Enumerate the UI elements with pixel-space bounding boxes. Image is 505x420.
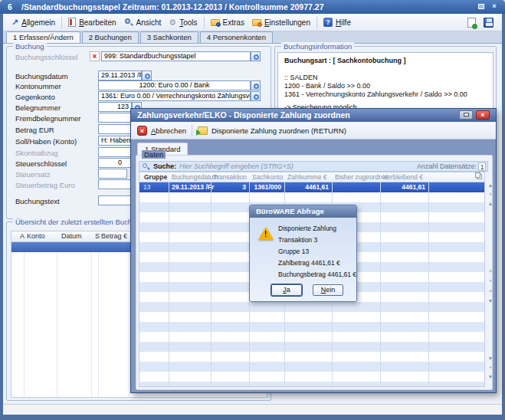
msgbox-titlebar: BüroWARE Abfrage bbox=[250, 205, 356, 218]
search-row-icon[interactable]: + bbox=[487, 278, 494, 284]
col-a[interactable]: A bbox=[20, 232, 25, 240]
field-label-belegnummer: Belegnummer bbox=[15, 103, 61, 112]
new-document-icon bbox=[467, 18, 476, 28]
menu-item-bearbeiten[interactable]: Bearbeiten bbox=[64, 16, 120, 28]
col-transaktion[interactable]: Transaktion bbox=[213, 173, 247, 181]
field-label-soll-haben: Soll/Haben (Konto) bbox=[15, 137, 77, 146]
gegenkonto-dropdown-icon[interactable] bbox=[251, 91, 261, 101]
belegnummer-input[interactable]: 123 bbox=[98, 102, 132, 112]
msgbox-line-1: Disponierte Zahlung bbox=[278, 225, 336, 232]
col-s[interactable]: S bbox=[95, 232, 100, 240]
restore-icon[interactable] bbox=[476, 2, 487, 11]
col-konto[interactable]: Konto bbox=[27, 232, 45, 240]
search-label: Suche: bbox=[153, 162, 176, 170]
saldo-1200-line: 1200 - Bank / Saldo >> 0.00 bbox=[284, 82, 370, 90]
settings-folder-icon bbox=[252, 19, 261, 26]
scroll-down-icon[interactable]: ▼ bbox=[487, 356, 494, 361]
close-icon[interactable]: × bbox=[489, 2, 500, 11]
assign-payment-button[interactable]: Disponierte Zahlung zuordnen (RETURN) bbox=[198, 126, 346, 135]
kontonummer-input[interactable]: 1200: Euro 0.00 / Bank bbox=[98, 80, 251, 90]
col-buchungsdatum[interactable]: Buchungsdatum bbox=[172, 173, 218, 181]
scroll-up-icon[interactable]: ▲ bbox=[487, 201, 494, 206]
col-gruppe[interactable]: Gruppe bbox=[144, 173, 167, 181]
window-title: /Standardbuchungsstapel Zeitraum: 01.201… bbox=[21, 2, 323, 11]
field-label-buchungsschluessel: Buchungsschlüssel bbox=[15, 53, 77, 61]
tab-personenkonten[interactable]: 4 Personenkonten bbox=[200, 31, 273, 43]
scroll-top-icon[interactable]: ▲ bbox=[487, 182, 494, 188]
record-count-value: 1 bbox=[478, 162, 486, 171]
msgbox-line-3: Gruppe 13 bbox=[278, 248, 309, 255]
field-label-buchungsdatum: Buchungsdatum bbox=[15, 72, 68, 80]
menu-item-ansicht[interactable]: Ansicht bbox=[120, 16, 166, 28]
menu-bar: ↗ Allgemein Bearbeiten Ansicht ⚙ Tools E… bbox=[3, 14, 502, 31]
main-tab-bar: 1 Erfassen/Ändern 2 Buchungen 3 Sachkont… bbox=[3, 31, 502, 44]
status-bar bbox=[3, 404, 502, 415]
clear-icon[interactable]: × bbox=[90, 51, 100, 61]
tab-erfassen-aendern[interactable]: 1 Erfassen/Ändern bbox=[6, 31, 80, 43]
buchungsschluessel-input[interactable]: 999: Standardbuchungsstapel bbox=[101, 51, 251, 61]
menu-item-hilfe[interactable]: ? Hilfe bbox=[320, 16, 355, 28]
save-button[interactable] bbox=[480, 16, 497, 29]
window-number: 6 bbox=[8, 2, 12, 11]
bueroware-abfrage-msgbox: BüroWARE Abfrage ! Disponierte Zahlung T… bbox=[249, 205, 357, 302]
menu-item-einstellungen[interactable]: Einstellungen bbox=[248, 17, 314, 28]
payments-table-header: Gruppe Buchungsdatum Transaktion Sachkon… bbox=[139, 172, 484, 182]
assign-icon bbox=[198, 126, 208, 135]
field-label-steuersatz: Steuersatz bbox=[15, 170, 50, 179]
dialog-titlebar: Zahlungsverkehr/ELKO - Disponierte Zahlu… bbox=[131, 109, 496, 122]
search-bar[interactable]: Suche: Hier Suchbegriff eingeben (STRG+S… bbox=[139, 161, 488, 172]
steuersatz-input[interactable] bbox=[98, 169, 127, 179]
dialog-close-icon[interactable]: × bbox=[476, 110, 490, 120]
search-icon bbox=[142, 162, 150, 171]
saldo-1361-line: 1361 - Verrechnungskonto Zahlungsverkehr… bbox=[284, 90, 467, 98]
field-label-steuerbetrag: Steuerbetrag Euro bbox=[15, 181, 75, 189]
field-label-kontonummer: Kontonummer bbox=[15, 82, 61, 90]
buchungsdatum-dropdown-icon[interactable] bbox=[142, 71, 152, 80]
msgbox-line-4: Zahlbetrag 4461,61 € bbox=[278, 259, 340, 267]
menu-separator bbox=[316, 17, 317, 28]
menu-separator bbox=[204, 17, 205, 28]
resize-icon[interactable]: ≡ bbox=[487, 268, 494, 274]
kontonummer-dropdown-icon[interactable] bbox=[251, 80, 261, 90]
col-sachkonto[interactable]: Sachkonto bbox=[252, 173, 283, 181]
list-icon[interactable]: ≡ bbox=[487, 288, 494, 294]
field-label-steuerschluessel: Steuerschlüssel bbox=[15, 159, 67, 168]
dialog-restore-icon[interactable] bbox=[459, 110, 473, 120]
cancel-icon: × bbox=[137, 126, 147, 136]
field-label-fremdbelegnummer: Fremdbelegnummer bbox=[15, 114, 81, 123]
filter-icon[interactable]: ▼ bbox=[487, 298, 494, 304]
field-label-skontoabzug: Skontoabzug bbox=[15, 149, 57, 157]
field-label-betrag-eur: Betrag EUR bbox=[15, 126, 54, 134]
new-document-button[interactable] bbox=[464, 16, 480, 29]
col-betrag[interactable]: Betrag € bbox=[101, 232, 127, 240]
add-bottom-icon[interactable]: + bbox=[487, 365, 494, 370]
buchungsschluessel-dropdown-icon[interactable] bbox=[251, 51, 261, 61]
dialog-toolbar: × Abbrechen Disponierte Zahlung zuordnen… bbox=[131, 122, 496, 139]
menu-item-allgemein[interactable]: ↗ Allgemein bbox=[8, 16, 59, 29]
column-settings-icon[interactable] bbox=[477, 174, 482, 179]
daten-group-label: Daten bbox=[142, 150, 166, 159]
view-magnifier-icon bbox=[124, 18, 133, 27]
add-icon[interactable]: + bbox=[487, 192, 494, 197]
menu-item-extras[interactable]: Extras bbox=[207, 17, 248, 28]
field-label-buchungstext: Buchungstext bbox=[15, 197, 60, 205]
msgbox-line-5: Buchungsbetrag 4461,61 € bbox=[278, 271, 356, 278]
arrow-icon: ↗ bbox=[11, 18, 18, 28]
col-zahlsumme[interactable]: Zahlsumme € bbox=[287, 173, 327, 181]
cancel-button[interactable]: × Abbrechen bbox=[137, 126, 186, 136]
menu-item-tools[interactable]: ⚙ Tools bbox=[165, 16, 201, 29]
col-datum[interactable]: Datum bbox=[61, 232, 82, 240]
scroll-bottom-icon[interactable]: ▼ bbox=[487, 374, 494, 379]
yes-button[interactable]: Ja bbox=[271, 284, 302, 296]
tab-buchungen[interactable]: 2 Buchungen bbox=[82, 31, 139, 43]
buchungsdatum-input[interactable]: 29.11.2013 /Fr bbox=[98, 71, 142, 80]
edit-page-icon bbox=[68, 18, 76, 27]
gegenkonto-input[interactable]: 1361: Euro 0.00 / Verrechnungskonto Zahl… bbox=[98, 91, 251, 101]
payment-row-selected[interactable]: 13 29.11.2013 /Fr 3 1361/000 4461,61 446… bbox=[139, 182, 484, 192]
no-button[interactable]: Nein bbox=[313, 284, 343, 296]
extras-folder-icon bbox=[211, 19, 220, 26]
save-floppy-icon bbox=[484, 18, 494, 28]
col-bisher-zugeordnet[interactable]: Bisher zugeordnet bbox=[335, 173, 388, 181]
tab-sachkonten[interactable]: 3 Sachkonten bbox=[140, 31, 198, 43]
col-verbleibend[interactable]: Verbleibend € bbox=[383, 173, 423, 181]
